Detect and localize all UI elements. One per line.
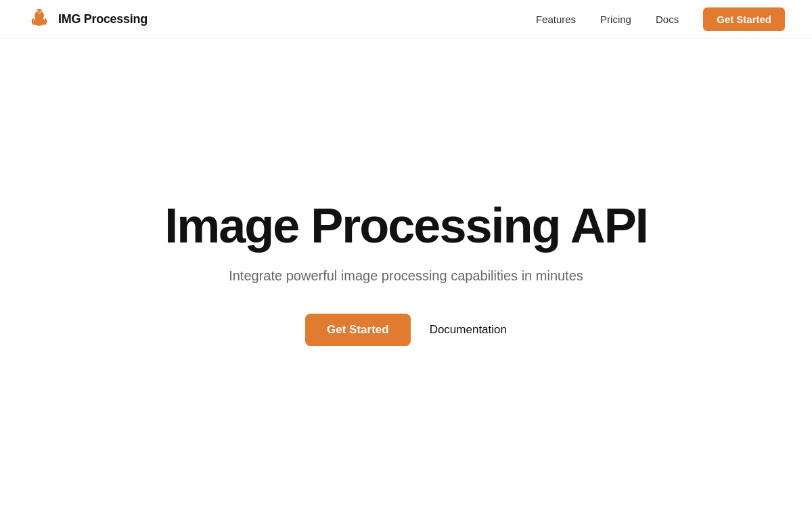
nav-cta-button[interactable]: Get Started [703, 7, 785, 31]
logo-link[interactable]: IMG Processing [27, 7, 148, 31]
hero-actions: Get Started Documentation [305, 314, 507, 346]
svg-point-2 [33, 18, 45, 26]
nav-link-docs[interactable]: Docs [656, 14, 679, 25]
main-nav: Features Pricing Docs Get Started [536, 7, 785, 31]
hero-cta-primary-button[interactable]: Get Started [305, 314, 411, 346]
site-header: IMG Processing Features Pricing Docs Get… [0, 0, 812, 39]
svg-point-3 [37, 11, 39, 12]
nav-link-features[interactable]: Features [536, 14, 576, 25]
brand-name: IMG Processing [58, 12, 148, 26]
nav-link-pricing[interactable]: Pricing [600, 14, 631, 25]
hero-subtitle: Integrate powerful image processing capa… [229, 268, 583, 284]
hero-cta-secondary-link[interactable]: Documentation [430, 323, 507, 337]
logo-icon [27, 7, 51, 31]
hero-title: Image Processing API [164, 200, 648, 252]
svg-point-4 [41, 11, 42, 12]
hero-section: Image Processing API Integrate powerful … [0, 39, 812, 508]
